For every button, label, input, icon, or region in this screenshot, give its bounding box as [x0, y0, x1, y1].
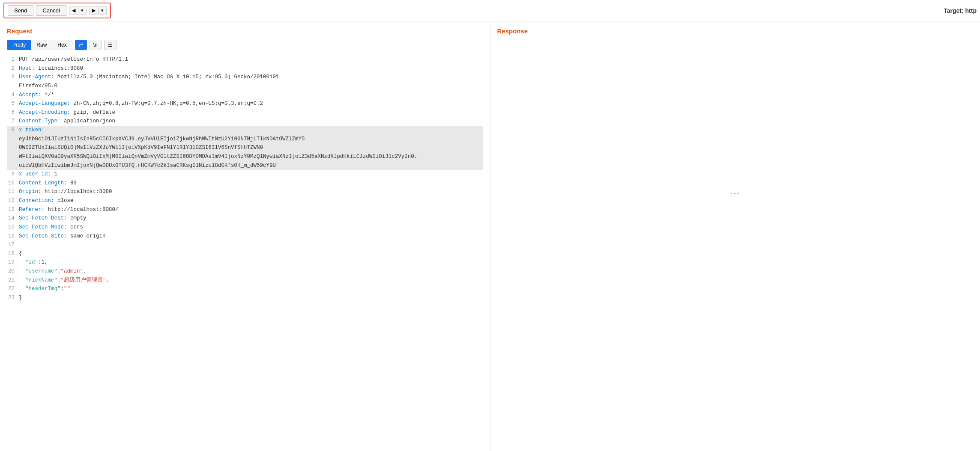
- line-7: 7 Content-Type: application/json: [7, 117, 483, 126]
- linenum-14: 14: [7, 214, 19, 223]
- linecontent-3: User-Agent: Mozilla/5.0 (Macintosh; Inte…: [19, 73, 279, 82]
- linenum-15: 15: [7, 223, 19, 232]
- linenum-8: 8: [7, 126, 19, 135]
- toolbar-row: Send Cancel ◀ ▾ ▶ ▾ Target: http: [0, 0, 980, 21]
- linenum-t1: [7, 135, 19, 144]
- linecontent-15: Sec-Fetch-Mode: cors: [19, 223, 83, 232]
- prev-nav-group: ◀ ▾: [69, 6, 87, 15]
- prev-dropdown[interactable]: ▾: [78, 6, 87, 15]
- send-button[interactable]: Send: [8, 5, 33, 16]
- line-5: 5 Accept-Language: zh-CN,zh;q=0.8,zh-TW;…: [7, 99, 483, 108]
- prev-button[interactable]: ◀: [69, 6, 78, 15]
- line-15: 15 Sec-Fetch-Mode: cors: [7, 223, 483, 232]
- app-wrapper: Send Cancel ◀ ▾ ▶ ▾ Target: http Request…: [0, 0, 980, 451]
- linecontent-10: Content-Length: 83: [19, 179, 77, 188]
- line-23: 23 }: [7, 294, 483, 303]
- linenum-19: 19: [7, 258, 19, 267]
- linenum-23: 23: [7, 294, 19, 303]
- response-pane: Response ⋮: [490, 21, 980, 451]
- linecontent-21: "nickName":"超级用户管理员",: [19, 276, 109, 285]
- tab-hex[interactable]: Hex: [52, 40, 72, 50]
- linenum-t4: [7, 161, 19, 170]
- line-22: 22 "headerImg":"": [7, 285, 483, 294]
- linecontent-2: Host: localhost:8080: [19, 64, 83, 73]
- linecontent-8: x-token:: [19, 126, 45, 135]
- main-content: Request Pretty Raw Hex ⇄ \n ☰ 1 PUT /api…: [0, 21, 980, 451]
- line-21: 21 "nickName":"超级用户管理员",: [7, 276, 483, 285]
- linenum-18: 18: [7, 249, 19, 258]
- line-token-2: OWI2ZTUxIiwiSUQiOjMsIlVzZXJuYW1lIjoiVXpK…: [7, 143, 483, 152]
- linecontent-t2: OWI2ZTUxIiwiSUQiOjMsIlVzZXJuYW1lIjoiVXpK…: [19, 143, 263, 152]
- response-dots-container: ⋮: [497, 69, 974, 320]
- line-4: 4 Accept: */*: [7, 91, 483, 100]
- next-nav-group: ▶ ▾: [89, 6, 107, 15]
- linecontent-t1: eyJhbGciOiJIUzI1NiIsInR5cCI6IkpXVCJ9.eyJ…: [19, 135, 305, 144]
- line-8: 8 x-token:: [7, 126, 483, 135]
- linenum-20: 20: [7, 267, 19, 276]
- linecontent-5: Accept-Language: zh-CN,zh;q=0.8,zh-TW;q=…: [19, 99, 263, 108]
- linenum-4: 4: [7, 91, 19, 100]
- icon-newline-btn[interactable]: \n: [90, 40, 102, 50]
- line-9: 9 x-user-id: 1: [7, 170, 483, 179]
- linecontent-22: "headerImg":"": [19, 285, 70, 294]
- format-tabs-bar: Pretty Raw Hex ⇄ \n ☰: [7, 40, 483, 50]
- line-14: 14 Sec-Fetch-Dest: empty: [7, 214, 483, 223]
- linecontent-3c: Firefox/95.0: [19, 82, 57, 91]
- linecontent-4: Accept: */*: [19, 91, 54, 100]
- linecontent-16: Sec-Fetch-Site: same-origin: [19, 232, 106, 241]
- linenum-t2: [7, 143, 19, 152]
- tab-pretty[interactable]: Pretty: [7, 40, 31, 50]
- next-button[interactable]: ▶: [89, 6, 99, 15]
- linecontent-t3: WFtIiwiQXV0aG9yaXR5SWQiOiIxMjM0IiwiQnVmZ…: [19, 152, 417, 161]
- icon-wrap-btn[interactable]: ⇄: [75, 40, 87, 50]
- line-16: 16 Sec-Fetch-Site: same-origin: [7, 232, 483, 241]
- linecontent-9: x-user-id: 1: [19, 170, 57, 179]
- linenum-3: 3: [7, 73, 19, 82]
- linenum-3c: [7, 82, 19, 91]
- linenum-1: 1: [7, 55, 19, 64]
- linenum-17: 17: [7, 240, 19, 249]
- line-19: 19 "id":1,: [7, 258, 483, 267]
- linenum-7: 7: [7, 117, 19, 126]
- linenum-9: 9: [7, 170, 19, 179]
- linenum-6: 6: [7, 108, 19, 117]
- linenum-2: 2: [7, 64, 19, 73]
- linenum-22: 22: [7, 285, 19, 294]
- response-title: Response: [497, 27, 974, 35]
- linenum-12: 12: [7, 196, 19, 205]
- request-title: Request: [7, 27, 483, 35]
- linecontent-17: [19, 240, 22, 249]
- linecontent-11: Origin: http://localhost:8080: [19, 187, 112, 196]
- linenum-16: 16: [7, 232, 19, 241]
- line-13: 13 Referer: http://localhost:8080/: [7, 205, 483, 214]
- linecontent-14: Sec-Fetch-Dest: empty: [19, 214, 87, 223]
- line-1: 1 PUT /api/user/setUserInfo HTTP/1.1: [7, 55, 483, 64]
- icon-menu-btn[interactable]: ☰: [104, 40, 117, 50]
- linecontent-23: }: [19, 294, 22, 303]
- linecontent-20: "username":"admin",: [19, 267, 87, 276]
- line-20: 20 "username":"admin",: [7, 267, 483, 276]
- line-6: 6 Accept-Encoding: gzip, deflate: [7, 108, 483, 117]
- linecontent-12: Connection: close: [19, 196, 74, 205]
- request-body: 1 PUT /api/user/setUserInfo HTTP/1.1 2 H…: [7, 55, 483, 303]
- line-2: 2 Host: localhost:8080: [7, 64, 483, 73]
- linenum-t3: [7, 152, 19, 161]
- linenum-5: 5: [7, 99, 19, 108]
- line-token-4: oicWlQbHVzIiwibmJmIjoxNjQwODUxOTU3fQ.rHC…: [7, 161, 483, 170]
- line-3: 3 User-Agent: Mozilla/5.0 (Macintosh; In…: [7, 73, 483, 82]
- line-18: 18 {: [7, 249, 483, 258]
- cancel-button[interactable]: Cancel: [36, 5, 66, 16]
- next-dropdown[interactable]: ▾: [99, 6, 107, 15]
- line-12: 12 Connection: close: [7, 196, 483, 205]
- linecontent-13: Referer: http://localhost:8080/: [19, 205, 119, 214]
- three-dots-icon: ⋮: [729, 188, 741, 200]
- toolbar-outline: Send Cancel ◀ ▾ ▶ ▾: [3, 3, 111, 18]
- linecontent-1: PUT /api/user/setUserInfo HTTP/1.1: [19, 55, 128, 64]
- linenum-11: 11: [7, 187, 19, 196]
- linecontent-6: Accept-Encoding: gzip, deflate: [19, 108, 115, 117]
- request-pane: Request Pretty Raw Hex ⇄ \n ☰ 1 PUT /api…: [0, 21, 490, 451]
- line-17: 17: [7, 240, 483, 249]
- line-11: 11 Origin: http://localhost:8080: [7, 187, 483, 196]
- tab-raw[interactable]: Raw: [31, 40, 52, 50]
- linecontent-7: Content-Type: application/json: [19, 117, 115, 126]
